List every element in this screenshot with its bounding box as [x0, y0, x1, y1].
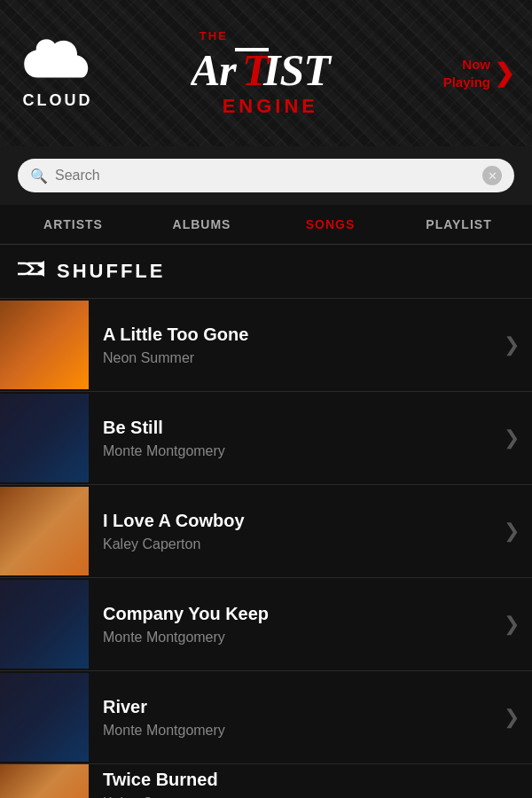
- cloud-label: CLOUD: [23, 91, 93, 110]
- logo-artist: Ar T IST: [191, 43, 350, 98]
- app-header: CLOUD THE Ar T IST ENGINE NowPlaying ❯: [0, 0, 532, 146]
- song-artist: Kaley Caperton: [103, 536, 504, 552]
- song-artist: Monte Montgomery: [103, 630, 504, 645]
- song-info: Twice BurnedKaley Caperton: [103, 770, 520, 799]
- tab-playlist[interactable]: PLAYLIST: [395, 205, 523, 244]
- album-art-overlay: [41, 341, 48, 348]
- now-playing-arrow-icon: ❯: [494, 59, 514, 88]
- cloud-logo: CLOUD: [18, 37, 98, 110]
- song-info: A Little Too GoneNeon Summer: [103, 325, 504, 366]
- tab-songs[interactable]: SONGS: [266, 205, 395, 244]
- song-item[interactable]: Be StillMonte Montgomery❯: [0, 391, 532, 484]
- song-info: Company You KeepMonte Montgomery: [103, 604, 504, 645]
- now-playing-button[interactable]: NowPlaying ❯: [443, 56, 514, 90]
- song-title: River: [103, 697, 504, 717]
- song-artist: Neon Summer: [103, 350, 504, 366]
- search-icon: 🔍: [30, 168, 48, 184]
- song-item[interactable]: RiverMonte Montgomery❯: [0, 670, 532, 763]
- song-title: I Love A Cowboy: [103, 511, 504, 531]
- song-artist: Monte Montgomery: [103, 723, 504, 739]
- album-art: [0, 487, 89, 575]
- chevron-right-icon: ❯: [504, 333, 520, 356]
- album-art: [0, 763, 89, 798]
- tab-bar: ARTISTS ALBUMS SONGS PLAYLIST: [0, 205, 532, 245]
- shuffle-icon: [18, 259, 44, 284]
- song-title: Twice Burned: [103, 770, 520, 790]
- album-art-overlay: [41, 528, 48, 535]
- song-title: A Little Too Gone: [103, 325, 504, 345]
- song-item[interactable]: Company You KeepMonte Montgomery❯: [0, 577, 532, 670]
- song-title: Company You Keep: [103, 604, 504, 624]
- chevron-right-icon: ❯: [504, 520, 520, 543]
- song-item[interactable]: A Little Too GoneNeon Summer❯: [0, 298, 532, 391]
- album-art-overlay: [41, 786, 48, 794]
- artist-engine-logo: THE Ar T IST ENGINE: [191, 29, 350, 118]
- song-info: I Love A CowboyKaley Caperton: [103, 511, 504, 552]
- song-info: Be StillMonte Montgomery: [103, 418, 504, 459]
- album-art-overlay: [41, 621, 48, 628]
- logo-the: THE: [200, 29, 228, 43]
- shuffle-row[interactable]: SHUFFLE: [0, 245, 532, 298]
- svg-text:IST: IST: [262, 45, 332, 91]
- search-bar[interactable]: 🔍 ✕: [18, 159, 514, 192]
- search-clear-button[interactable]: ✕: [482, 166, 502, 185]
- album-art: [0, 673, 89, 762]
- shuffle-svg: [18, 259, 44, 278]
- search-section: 🔍 ✕: [0, 146, 532, 205]
- artist-svg: Ar T IST: [191, 43, 350, 91]
- chevron-right-icon: ❯: [504, 613, 520, 636]
- cloud-icon: [18, 37, 98, 86]
- song-item[interactable]: I Love A CowboyKaley Caperton❯: [0, 484, 532, 577]
- album-art-overlay: [41, 714, 48, 721]
- svg-text:Ar: Ar: [191, 45, 237, 91]
- album-art: [0, 301, 89, 389]
- song-artist: Kaley Caperton: [103, 795, 520, 799]
- song-info: RiverMonte Montgomery: [103, 697, 504, 739]
- logo-engine: ENGINE: [223, 95, 318, 118]
- tab-albums[interactable]: ALBUMS: [137, 205, 266, 244]
- song-artist: Monte Montgomery: [103, 443, 504, 459]
- song-list: A Little Too GoneNeon Summer❯Be StillMon…: [0, 298, 532, 798]
- search-input[interactable]: [55, 168, 475, 184]
- album-art: [0, 394, 89, 482]
- chevron-right-icon: ❯: [504, 706, 520, 729]
- album-art-overlay: [41, 434, 48, 442]
- shuffle-label: SHUFFLE: [57, 260, 165, 283]
- tab-artists[interactable]: ARTISTS: [9, 205, 137, 244]
- song-title: Be Still: [103, 418, 504, 438]
- album-art: [0, 580, 89, 669]
- chevron-right-icon: ❯: [504, 426, 520, 450]
- now-playing-text: NowPlaying: [443, 56, 490, 90]
- song-item[interactable]: Twice BurnedKaley Caperton: [0, 763, 532, 798]
